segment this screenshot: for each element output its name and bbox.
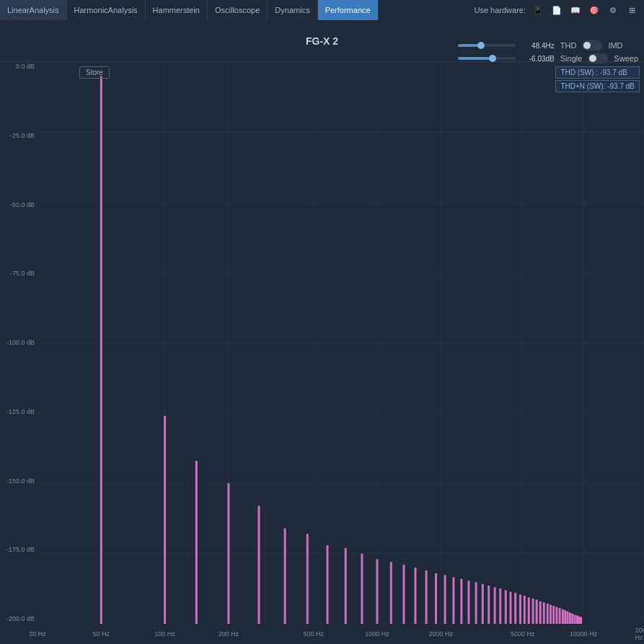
y-axis-label: -125.0 dB	[0, 409, 38, 415]
bar	[543, 602, 545, 624]
bar	[488, 586, 490, 624]
x-axis-label: 10000 Hz	[570, 630, 598, 638]
bar	[562, 609, 564, 624]
nav-tabs: LinearAnalysis HarmonicAnalysis Hammerst…	[0, 0, 644, 20]
chart-svg	[38, 62, 644, 624]
bar	[524, 596, 526, 624]
bar	[574, 615, 576, 624]
sweep-label: Sweep	[614, 54, 638, 63]
y-axis-label: -200.0 dB	[0, 616, 38, 622]
bar	[227, 483, 229, 624]
bar	[195, 461, 198, 624]
bar	[460, 579, 462, 624]
freq-value: 48.4Hz	[521, 42, 555, 50]
bar	[452, 577, 454, 624]
y-axis: 0.0 dB-25.0 dB-50.0 dB-75.0 dB-100.0 dB-…	[0, 62, 38, 624]
bar	[257, 506, 260, 624]
bar	[444, 575, 446, 624]
tab-harmonic-analysis[interactable]: HarmonicAnalysis	[67, 0, 146, 20]
bar	[555, 607, 557, 624]
bar	[326, 545, 328, 624]
y-axis-label: 0.0 dB	[0, 63, 38, 70]
grid-icon[interactable]: ⊞	[625, 4, 638, 17]
bar	[361, 554, 363, 624]
bar	[547, 604, 549, 624]
bar	[552, 606, 555, 624]
level-value: -6.03dB	[521, 55, 555, 63]
tab-oscilloscope[interactable]: Oscilloscope	[208, 0, 268, 20]
y-axis-label: -150.0 dB	[0, 478, 38, 485]
chart-area: Store THD (SW) : -93.7 dB THD+N (SW): -9…	[38, 62, 644, 624]
chart-container: 0.0 dB-25.0 dB-50.0 dB-75.0 dB-100.0 dB-…	[0, 62, 644, 644]
bar	[514, 593, 516, 624]
bar	[376, 559, 378, 624]
bar	[580, 617, 582, 624]
thd-toggle[interactable]	[582, 40, 602, 50]
target-icon[interactable]: 🎯	[588, 4, 601, 17]
tab-hammerstein[interactable]: Hammerstein	[146, 0, 208, 20]
bar	[505, 590, 507, 624]
tab-performance[interactable]: Performance	[318, 0, 379, 20]
bar	[402, 565, 405, 624]
hardware-label: Use hardware:	[474, 6, 526, 14]
bar	[559, 608, 561, 624]
book-icon[interactable]: 📖	[569, 4, 582, 17]
x-axis-label: 200 Hz	[219, 630, 239, 638]
document-icon[interactable]: 📄	[550, 4, 563, 17]
freq-slider-track[interactable]	[458, 44, 516, 47]
x-axis-label: 500 Hz	[303, 630, 324, 638]
x-axis-label: 1000 Hz	[365, 630, 389, 638]
freq-slider-thumb	[477, 42, 485, 49]
bar	[528, 597, 530, 624]
x-axis-label: 50 Hz	[93, 630, 110, 638]
bar	[567, 612, 569, 624]
thd-info: THD (SW) : -93.7 dB	[555, 66, 640, 79]
phone-icon[interactable]: 📱	[531, 4, 544, 17]
level-slider-thumb	[489, 55, 496, 62]
bar	[539, 601, 542, 624]
single-toggle[interactable]	[588, 53, 608, 63]
chart-wrapper: 0.0 dB-25.0 dB-50.0 dB-75.0 dB-100.0 dB-…	[0, 62, 644, 644]
bar	[467, 581, 469, 624]
bar	[499, 588, 501, 624]
x-axis-label: 5000 Hz	[511, 630, 535, 638]
bar	[306, 534, 309, 624]
level-slider-fill	[458, 57, 493, 60]
bar	[390, 562, 392, 624]
y-axis-label: -25.0 dB	[0, 133, 38, 139]
bar	[569, 612, 571, 624]
bar	[494, 587, 496, 624]
level-slider-track[interactable]	[458, 57, 516, 60]
single-label: Single	[560, 54, 583, 63]
slider-section: 48.4Hz THD IMD -6.03dB Single Sweep	[458, 40, 638, 63]
bar	[345, 548, 347, 624]
bar	[164, 416, 166, 624]
gear-icon[interactable]: ⚙	[606, 4, 619, 17]
store-button[interactable]: Store	[79, 66, 110, 79]
thdn-info: THD+N (SW): -93.7 dB	[555, 80, 640, 92]
bar	[536, 600, 538, 624]
bar	[100, 76, 102, 624]
bar	[550, 605, 552, 624]
imd-label: IMD	[608, 41, 622, 50]
bar	[482, 584, 484, 624]
x-axis-label: 20 Hz	[29, 630, 46, 638]
bar	[519, 594, 521, 624]
tab-dynamics[interactable]: Dynamics	[268, 0, 317, 20]
bar	[571, 614, 573, 624]
thd-label: THD	[560, 41, 577, 50]
y-axis-label: -100.0 dB	[0, 340, 38, 346]
header-controls: Use hardware: 📱 📄 📖 🎯 ⚙ ⊞	[468, 0, 644, 20]
bar	[435, 573, 437, 624]
x-axis-label: 100 Hz	[154, 630, 175, 638]
bar	[284, 529, 286, 624]
tab-linear-analysis[interactable]: LinearAnalysis	[0, 0, 67, 20]
x-axis: 20 Hz50 Hz100 Hz200 Hz500 Hz1000 Hz2000 …	[38, 624, 644, 644]
bar	[414, 568, 416, 624]
y-axis-label: -50.0 dB	[0, 202, 38, 208]
bar	[425, 570, 428, 624]
bar	[509, 592, 511, 624]
x-axis-label: 2000 Hz	[428, 630, 453, 638]
x-axis-label: 20000 Hz	[635, 627, 644, 641]
info-boxes: THD (SW) : -93.7 dB THD+N (SW): -93.7 dB	[555, 66, 640, 92]
